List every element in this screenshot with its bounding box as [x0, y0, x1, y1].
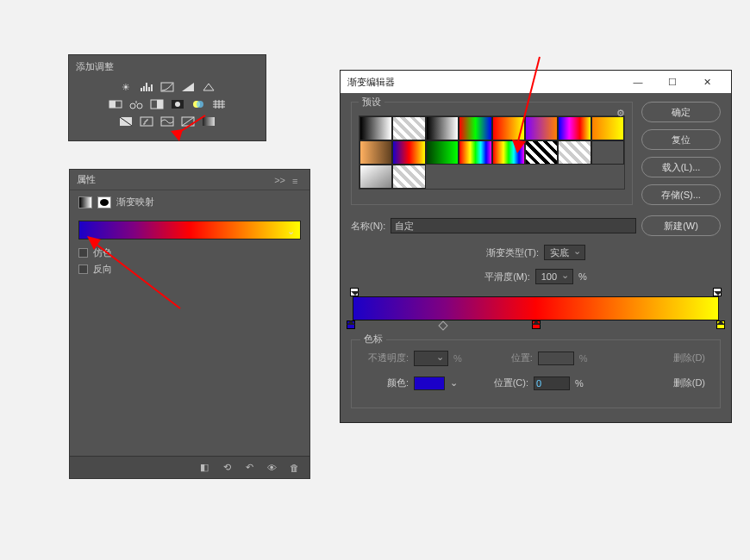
svg-point-3 [130, 103, 135, 109]
dialog-body: 预设 ⚙ 确定 复位 载入(L)... 存储(S)... 名称(N): 新建(W… [341, 93, 731, 422]
triangle-icon[interactable] [201, 80, 216, 94]
trash-icon[interactable]: 🗑 [287, 462, 301, 474]
undo-icon[interactable]: ↶ [242, 462, 256, 474]
color-stop[interactable] [347, 320, 355, 329]
adjustments-row-3 [76, 115, 259, 128]
preset-swatch[interactable] [459, 116, 491, 140]
title-bar[interactable]: 渐变编辑器 — ☐ ✕ [341, 71, 731, 93]
add-adjustments-panel: 添加调整 ☀ [68, 54, 266, 141]
presets-label: 预设 [359, 96, 384, 107]
type-select[interactable]: 实底 [544, 245, 585, 260]
preset-swatch[interactable] [492, 140, 525, 165]
channel-mixer-icon[interactable] [211, 97, 227, 111]
collapse-icon[interactable]: >> [274, 175, 285, 185]
adjustments-row-2 [76, 97, 259, 111]
preset-swatch[interactable] [359, 116, 392, 140]
opacity-label: 不透明度: [360, 352, 409, 364]
preset-swatch[interactable] [558, 140, 591, 165]
link-icon[interactable]: ⟲ [220, 462, 234, 474]
reverse-checkbox-row[interactable]: 反向 [78, 263, 301, 276]
smooth-row: 平滑度(M): 100 % [351, 269, 721, 284]
dither-checkbox[interactable] [78, 248, 88, 258]
preset-swatch[interactable] [591, 116, 624, 140]
color-row: 颜色: ⌄ 位置(C): % 删除(D) [360, 374, 711, 392]
new-button[interactable]: 新建(W) [641, 215, 721, 236]
preset-empty [426, 165, 459, 189]
preset-empty [558, 165, 591, 189]
dialog-title: 渐变编辑器 [347, 76, 621, 89]
color-label: 颜色: [360, 376, 409, 389]
preset-grid [359, 115, 625, 190]
vibrance-icon[interactable] [108, 97, 123, 111]
save-button[interactable]: 存储(S)... [641, 184, 721, 205]
brightness-icon[interactable]: ☀ [118, 80, 134, 94]
color-pos-pct: % [575, 378, 584, 389]
gradient-preview[interactable]: ⌄ [78, 221, 301, 240]
visibility-icon[interactable]: 👁 [265, 462, 278, 474]
selective-color-icon[interactable] [180, 115, 196, 128]
preset-swatch[interactable] [492, 116, 525, 140]
posterize-icon[interactable] [139, 115, 154, 128]
preset-swatch[interactable] [525, 140, 558, 165]
levels-icon[interactable] [139, 80, 154, 94]
close-button[interactable]: ✕ [690, 71, 724, 93]
preset-swatch[interactable] [392, 165, 425, 189]
preset-swatch[interactable] [392, 116, 425, 140]
gradient-map-row: 渐变映射 [70, 190, 309, 214]
hue-icon[interactable] [128, 97, 144, 111]
preset-swatch[interactable] [359, 165, 392, 189]
maximize-button[interactable]: ☐ [655, 71, 690, 93]
opacity-stop-right[interactable] [713, 288, 722, 296]
curves-icon[interactable] [159, 80, 175, 94]
color-balance-icon[interactable] [149, 97, 165, 111]
minimize-button[interactable]: — [621, 71, 655, 93]
name-label: 名称(N): [351, 220, 385, 233]
ok-button[interactable]: 确定 [641, 102, 721, 122]
properties-header: 属性 >> ≡ [70, 170, 309, 190]
preset-swatch[interactable] [359, 140, 392, 165]
preset-swatch[interactable] [426, 140, 459, 165]
opacity-pct: % [453, 353, 462, 364]
side-buttons: 确定 复位 载入(L)... 存储(S)... [641, 102, 721, 205]
stops-group: 色标 不透明度: % 位置: % 删除(D) 颜色: ⌄ 位置(C): % 删除… [351, 339, 721, 408]
reverse-checkbox[interactable] [78, 264, 88, 274]
opacity-delete-button: 删除(D) [667, 349, 711, 367]
color-delete-button[interactable]: 删除(D) [667, 374, 711, 392]
gear-icon[interactable]: ⚙ [616, 108, 625, 119]
opacity-pos-pct: % [579, 353, 588, 364]
opacity-stop-left[interactable] [350, 288, 359, 296]
percent-label: % [578, 271, 587, 282]
dither-checkbox-row[interactable]: 仿色 [78, 246, 301, 259]
color-well[interactable] [414, 376, 445, 390]
exposure-icon[interactable] [180, 80, 196, 94]
color-stop[interactable] [716, 320, 725, 329]
chevron-down-icon[interactable]: ⌄ [450, 377, 458, 389]
threshold-icon[interactable] [159, 115, 175, 128]
bw-icon[interactable] [170, 97, 185, 111]
reset-button[interactable]: 复位 [641, 129, 721, 150]
top-section: 预设 ⚙ 确定 复位 载入(L)... 存储(S)... [351, 102, 721, 205]
preset-swatch[interactable] [591, 140, 624, 165]
smooth-input[interactable]: 100 [535, 269, 573, 284]
preset-swatch[interactable] [426, 116, 459, 140]
photo-filter-icon[interactable] [191, 97, 206, 111]
stops-group-label: 色标 [360, 333, 386, 345]
preset-swatch[interactable] [459, 140, 491, 165]
preset-swatch[interactable] [558, 116, 591, 140]
load-button[interactable]: 载入(L)... [641, 157, 721, 177]
svg-rect-2 [109, 101, 116, 108]
preset-swatch[interactable] [525, 116, 558, 140]
color-stop[interactable] [532, 320, 541, 329]
clip-icon[interactable]: ◧ [197, 462, 211, 474]
preset-swatch[interactable] [392, 140, 425, 165]
chevron-down-icon[interactable]: ⌄ [287, 226, 295, 237]
opacity-row: 不透明度: % 位置: % 删除(D) [360, 349, 711, 367]
preset-empty [492, 165, 525, 189]
invert-icon[interactable] [118, 115, 134, 128]
gradient-map-icon[interactable] [201, 115, 216, 128]
preset-empty [525, 165, 558, 189]
adjustments-row-1: ☀ [76, 80, 259, 94]
name-input[interactable] [391, 218, 636, 233]
panel-menu-icon[interactable]: ≡ [292, 176, 303, 184]
color-position-input[interactable] [534, 376, 570, 390]
